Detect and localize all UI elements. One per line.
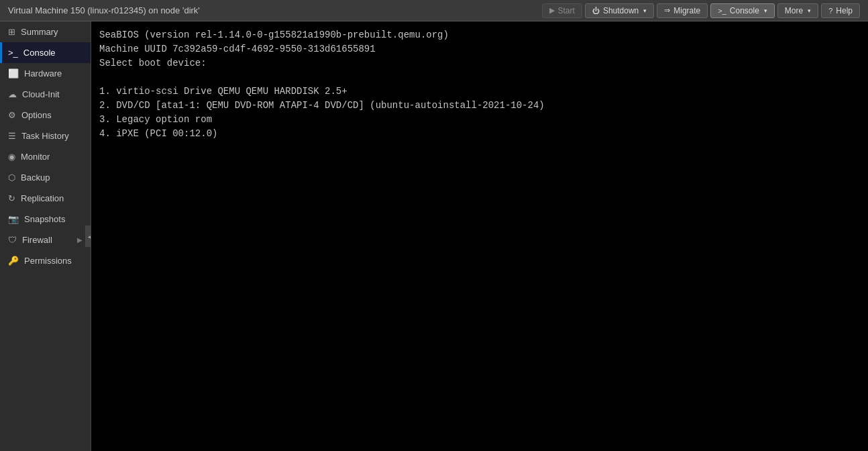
replication-icon: ↻ (8, 193, 15, 203)
sidebar-item-label-cloud-init: Cloud-Init (22, 89, 60, 99)
sidebar-item-label-replication: Replication (21, 193, 64, 203)
sidebar-item-label-summary: Summary (21, 27, 58, 37)
sidebar-item-label-permissions: Permissions (24, 256, 72, 266)
sidebar: ⊞Summary>_Console⬜Hardware☁Cloud-Init⚙Op… (0, 21, 91, 451)
sidebar-item-permissions[interactable]: 🔑Permissions (0, 250, 91, 271)
sidebar-item-label-snapshots: Snapshots (24, 214, 65, 224)
console-icon: >_ (718, 7, 726, 15)
migrate-icon: ⇒ (664, 6, 670, 15)
help-button[interactable]: ? Help (821, 3, 860, 18)
sidebar-item-label-console: Console (23, 48, 56, 58)
console-button[interactable]: >_ Console ▾ (710, 3, 775, 18)
firewall-icon: 🛡 (8, 235, 17, 245)
sidebar-item-cloud-init[interactable]: ☁Cloud-Init (0, 84, 91, 105)
backup-icon: ⬡ (8, 172, 15, 183)
sidebar-item-task-history[interactable]: ☰Task History (0, 126, 91, 146)
shutdown-button[interactable]: ⏻ Shutdown ▾ (585, 3, 654, 18)
more-button[interactable]: More ▾ (777, 3, 818, 18)
shutdown-dropdown-icon: ▾ (643, 7, 647, 14)
titlebar: Virtual Machine 150 (linux-r012345) on n… (0, 0, 868, 21)
console-dropdown-icon: ▾ (764, 7, 767, 14)
shutdown-label: Shutdown (603, 6, 639, 15)
more-dropdown-icon: ▾ (808, 7, 811, 14)
sidebar-item-replication[interactable]: ↻Replication (0, 188, 91, 209)
sidebar-nav: ⊞Summary>_Console⬜Hardware☁Cloud-Init⚙Op… (0, 21, 91, 271)
sidebar-item-snapshots[interactable]: 📷Snapshots (0, 209, 91, 230)
sidebar-item-label-firewall: Firewall (22, 235, 52, 245)
sidebar-collapse-handle[interactable]: ◀ (85, 225, 91, 247)
sidebar-item-label-hardware: Hardware (24, 68, 62, 79)
start-label: Start (558, 6, 575, 15)
snapshots-icon: 📷 (8, 214, 19, 224)
migrate-label: Migrate (673, 6, 700, 15)
sidebar-item-backup[interactable]: ⬡Backup (0, 167, 91, 188)
console-area[interactable]: SeaBIOS (version rel-1.14.0-0-g155821a19… (91, 21, 868, 451)
hardware-icon: ⬜ (8, 68, 19, 79)
summary-icon: ⊞ (8, 27, 15, 37)
sidebar-item-options[interactable]: ⚙Options (0, 105, 91, 126)
sidebar-item-firewall[interactable]: 🛡Firewall▶ (0, 230, 91, 250)
main-layout: ⊞Summary>_Console⬜Hardware☁Cloud-Init⚙Op… (0, 21, 868, 451)
sidebar-item-monitor[interactable]: ◉Monitor (0, 146, 91, 167)
console-label: Console (730, 6, 759, 15)
sidebar-item-label-backup: Backup (21, 172, 50, 183)
sidebar-item-label-options: Options (21, 110, 52, 120)
task-history-icon: ☰ (8, 131, 16, 141)
window-title: Virtual Machine 150 (linux-r012345) on n… (8, 5, 200, 15)
titlebar-actions: ▶ Start ⏻ Shutdown ▾ ⇒ Migrate >_ Consol… (542, 3, 860, 18)
console-icon: >_ (8, 48, 18, 58)
sidebar-item-console[interactable]: >_Console (0, 42, 91, 63)
sidebar-item-label-monitor: Monitor (21, 152, 50, 162)
migrate-button[interactable]: ⇒ Migrate (657, 3, 708, 18)
help-icon: ? (828, 7, 832, 15)
monitor-icon: ◉ (8, 152, 15, 162)
sidebar-item-summary[interactable]: ⊞Summary (0, 21, 91, 42)
play-icon: ▶ (549, 6, 555, 15)
options-icon: ⚙ (8, 110, 16, 120)
sidebar-item-label-task-history: Task History (21, 131, 69, 141)
power-icon: ⏻ (592, 7, 600, 15)
permissions-icon: 🔑 (8, 256, 19, 266)
console-output: SeaBIOS (version rel-1.14.0-0-g155821a19… (91, 21, 868, 148)
firewall-arrow-icon: ▶ (77, 236, 83, 244)
help-label: Help (836, 6, 853, 15)
more-label: More (785, 6, 803, 15)
cloud-init-icon: ☁ (8, 89, 17, 99)
start-button[interactable]: ▶ Start (542, 3, 582, 18)
sidebar-item-hardware[interactable]: ⬜Hardware (0, 63, 91, 84)
